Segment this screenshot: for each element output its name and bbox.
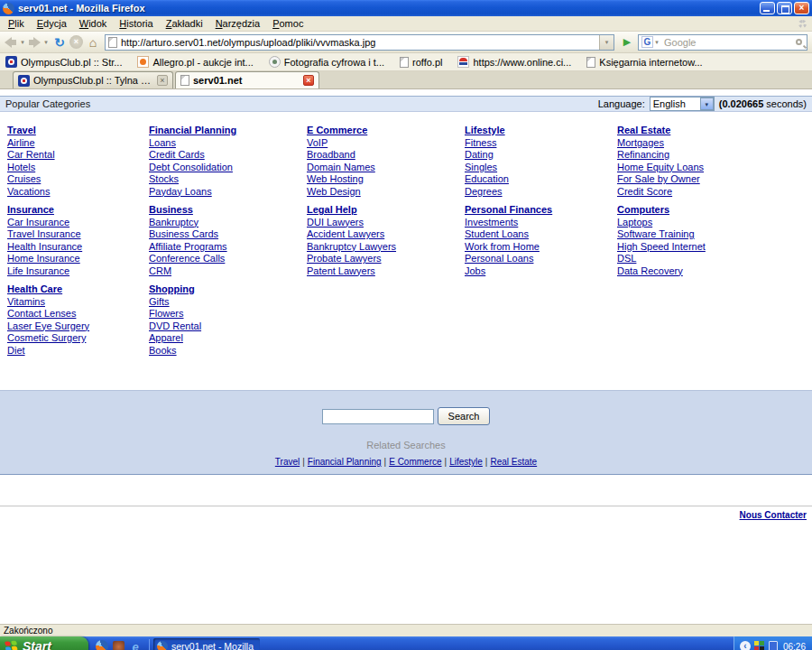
category-link[interactable]: Mortgages [617, 137, 664, 150]
category-link[interactable]: DSL [617, 253, 636, 265]
category-link[interactable]: Investments [465, 217, 518, 229]
category-link[interactable]: Home Equity Loans [617, 162, 704, 174]
tray-app-icon[interactable] [769, 641, 778, 650]
category-link[interactable]: Apparel [149, 332, 183, 345]
category-heading-link[interactable]: E Commerce [307, 125, 367, 137]
web-search-box[interactable]: G ▾ Google [638, 34, 807, 51]
engine-caret-icon[interactable]: ▾ [653, 39, 660, 46]
close-button[interactable]: × [794, 2, 809, 14]
bookmark-item-2[interactable]: Fotografia cyfrowa i t... [269, 56, 384, 68]
quicklaunch-app-icon[interactable] [113, 641, 125, 650]
category-link[interactable]: Domain Names [307, 162, 375, 174]
quicklaunch-firefox-icon[interactable] [96, 640, 108, 650]
category-link[interactable]: Payday Loans [149, 186, 212, 199]
category-link[interactable]: Singles [465, 162, 497, 174]
search-icon[interactable] [796, 39, 802, 45]
category-heading-link[interactable]: Shopping [149, 283, 195, 296]
category-link[interactable]: CRM [149, 265, 171, 278]
category-link[interactable]: Dating [465, 149, 494, 162]
category-link[interactable]: Cosmetic Surgery [7, 332, 86, 345]
menu-item-2[interactable]: Widok [73, 17, 114, 30]
category-link[interactable]: Student Loans [465, 228, 529, 241]
bookmark-item-5[interactable]: Księgarnia internetow... [586, 57, 702, 68]
category-link[interactable]: Debt Consolidation [149, 162, 233, 174]
category-link[interactable]: Conference Calls [149, 253, 225, 265]
category-link[interactable]: Probate Lawyers [307, 253, 382, 265]
category-link[interactable]: Health Insurance [7, 241, 82, 254]
google-engine-icon[interactable]: G [641, 36, 653, 48]
category-heading-link[interactable]: Insurance [7, 204, 54, 217]
tab-close-icon[interactable]: × [157, 75, 168, 86]
category-link[interactable]: Data Recovery [617, 265, 683, 278]
category-link[interactable]: Web Design [307, 186, 361, 199]
category-link[interactable]: Stocks [149, 173, 179, 186]
category-link[interactable]: Flowers [149, 308, 184, 320]
category-link[interactable]: Refinancing [617, 149, 669, 162]
menu-item-1[interactable]: Edycja [31, 17, 73, 30]
category-link[interactable]: For Sale by Owner [617, 173, 700, 186]
related-link[interactable]: Travel [275, 457, 300, 467]
category-link[interactable]: Car Rental [7, 149, 55, 162]
menu-item-6[interactable]: Pomoc [266, 17, 309, 30]
category-link[interactable]: Personal Loans [465, 253, 533, 265]
related-link[interactable]: Real Estate [490, 457, 537, 467]
address-url[interactable]: http://arturo.serv01.net/olympus/upload/… [121, 37, 599, 48]
category-link[interactable]: DUI Lawyers [307, 217, 364, 229]
forward-icon[interactable] [28, 37, 41, 48]
menu-item-5[interactable]: Narzędzia [209, 17, 267, 30]
category-link[interactable]: Laptops [617, 217, 652, 229]
category-heading-link[interactable]: Computers [617, 204, 669, 217]
go-button[interactable]: ▶ [618, 34, 636, 51]
restore-button[interactable] [777, 2, 792, 14]
category-link[interactable]: Cruises [7, 173, 41, 186]
category-link[interactable]: Car Insurance [7, 217, 69, 229]
category-link[interactable]: Accident Lawyers [307, 228, 384, 241]
category-link[interactable]: Affiliate Programs [149, 241, 227, 254]
category-heading-link[interactable]: Lifestyle [465, 125, 505, 137]
category-link[interactable]: Hotels [7, 162, 35, 174]
category-link[interactable]: Loans [149, 137, 176, 150]
contact-link[interactable]: Nous Contacter [740, 510, 807, 520]
forward-history-caret-icon[interactable]: ▾ [42, 39, 50, 46]
category-link[interactable]: Business Cards [149, 228, 218, 241]
category-heading-link[interactable]: Travel [7, 125, 36, 137]
category-link[interactable]: Home Insurance [7, 253, 80, 265]
tab-close-icon[interactable]: × [303, 75, 314, 86]
category-link[interactable]: DVD Rental [149, 320, 201, 333]
category-link[interactable]: Vitamins [7, 296, 45, 309]
category-link[interactable]: Credit Score [617, 186, 672, 199]
web-search-placeholder[interactable]: Google [660, 37, 796, 48]
tab-active[interactable]: serv01.net× [175, 71, 319, 88]
category-link[interactable]: Contact Lenses [7, 308, 76, 320]
search-input[interactable] [322, 409, 434, 424]
menu-item-0[interactable]: Plik [2, 17, 31, 30]
bookmark-item-0[interactable]: OlympusClub.pl :: Str... [5, 56, 122, 68]
category-heading-link[interactable]: Real Estate [617, 125, 670, 137]
category-link[interactable]: Degrees [465, 186, 503, 199]
category-link[interactable]: High Speed Internet [617, 241, 706, 254]
tab-0[interactable]: OlympusClub.pl :: Tylna maska do obi...× [13, 71, 173, 88]
category-link[interactable]: Books [149, 345, 177, 358]
category-link[interactable]: Laser Eye Surgery [7, 320, 89, 333]
category-link[interactable]: Life Insurance [7, 265, 69, 278]
address-dropdown-icon[interactable]: ▾ [599, 35, 614, 50]
category-link[interactable]: Vacations [7, 186, 51, 199]
related-link[interactable]: Lifestyle [449, 457, 483, 467]
category-link[interactable]: Diet [7, 345, 25, 358]
category-link[interactable]: Gifts [149, 296, 170, 309]
category-link[interactable]: Patent Lawyers [307, 265, 375, 278]
minimize-button[interactable] [760, 2, 775, 14]
bookmark-item-4[interactable]: https://www.online.ci... [457, 56, 571, 68]
start-button[interactable]: Start [0, 636, 88, 650]
menu-item-4[interactable]: Zakładki [160, 17, 209, 30]
category-heading-link[interactable]: Health Care [7, 283, 62, 296]
back-history-caret-icon[interactable]: ▾ [19, 39, 26, 46]
tray-collapse-icon[interactable]: ‹ [740, 641, 751, 650]
category-link[interactable]: Bankruptcy Lawyers [307, 241, 396, 254]
search-button[interactable]: Search [438, 407, 491, 425]
related-link[interactable]: E Commerce [389, 457, 441, 467]
back-icon[interactable] [5, 37, 17, 48]
category-link[interactable]: Travel Insurance [7, 228, 81, 241]
taskbar-task-button[interactable]: serv01.net - Mozilla F... [153, 638, 260, 650]
category-link[interactable]: Work from Home [465, 241, 540, 254]
